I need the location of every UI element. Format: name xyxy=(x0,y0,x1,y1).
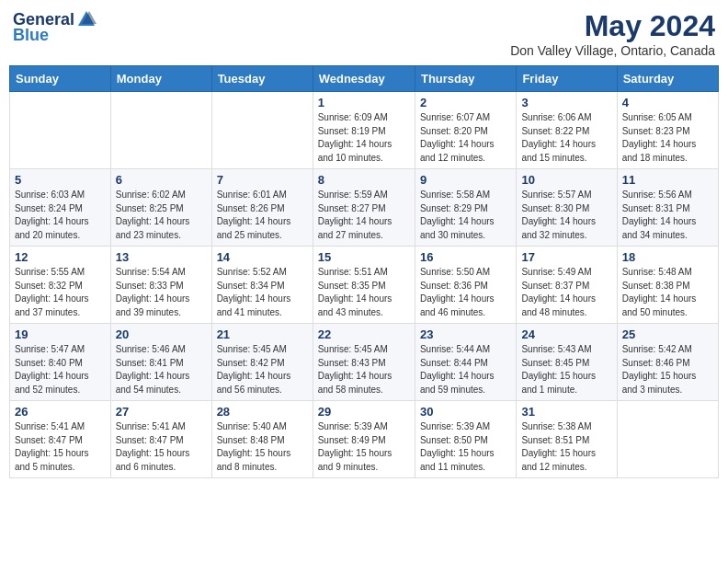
day-info: Sunrise: 6:09 AMSunset: 8:19 PMDaylight:… xyxy=(318,111,410,165)
day-number: 15 xyxy=(318,250,410,264)
day-info: Sunrise: 5:52 AMSunset: 8:34 PMDaylight:… xyxy=(217,266,308,319)
day-number: 28 xyxy=(217,405,308,419)
week-row-2: 5Sunrise: 6:03 AMSunset: 8:24 PMDaylight… xyxy=(10,169,719,247)
calendar-cell: 28Sunrise: 5:40 AMSunset: 8:48 PMDayligh… xyxy=(211,401,313,478)
day-number: 1 xyxy=(318,96,410,109)
day-number: 19 xyxy=(15,327,106,341)
calendar-cell: 29Sunrise: 5:39 AMSunset: 8:49 PMDayligh… xyxy=(313,401,415,478)
calendar-cell: 27Sunrise: 5:41 AMSunset: 8:47 PMDayligh… xyxy=(110,401,211,478)
title-block: May 2024 Don Valley Village, Ontario, Ca… xyxy=(510,9,715,58)
calendar-cell: 1Sunrise: 6:09 AMSunset: 8:19 PMDaylight… xyxy=(313,92,415,169)
calendar-cell: 18Sunrise: 5:48 AMSunset: 8:38 PMDayligh… xyxy=(617,247,718,324)
day-number: 25 xyxy=(622,327,713,341)
day-number: 10 xyxy=(521,173,611,187)
week-row-1: 1Sunrise: 6:09 AMSunset: 8:19 PMDaylight… xyxy=(10,92,719,169)
calendar-cell: 30Sunrise: 5:39 AMSunset: 8:50 PMDayligh… xyxy=(415,401,516,478)
day-info: Sunrise: 5:39 AMSunset: 8:49 PMDaylight:… xyxy=(318,420,410,474)
day-info: Sunrise: 5:50 AMSunset: 8:36 PMDaylight:… xyxy=(420,266,511,319)
day-number: 18 xyxy=(622,250,713,264)
calendar-cell: 17Sunrise: 5:49 AMSunset: 8:37 PMDayligh… xyxy=(517,247,617,324)
day-info: Sunrise: 5:42 AMSunset: 8:46 PMDaylight:… xyxy=(622,343,713,396)
day-number: 24 xyxy=(521,327,611,341)
calendar-cell: 25Sunrise: 5:42 AMSunset: 8:46 PMDayligh… xyxy=(617,324,718,401)
calendar-cell: 10Sunrise: 5:57 AMSunset: 8:30 PMDayligh… xyxy=(517,169,617,247)
page-header: General Blue May 2024 Don Valley Village… xyxy=(9,9,719,58)
day-info: Sunrise: 5:41 AMSunset: 8:47 PMDaylight:… xyxy=(116,420,207,474)
calendar-cell: 6Sunrise: 6:02 AMSunset: 8:25 PMDaylight… xyxy=(110,169,211,247)
weekday-header-thursday: Thursday xyxy=(415,66,516,92)
day-info: Sunrise: 5:41 AMSunset: 8:47 PMDaylight:… xyxy=(15,420,106,474)
day-info: Sunrise: 5:44 AMSunset: 8:44 PMDaylight:… xyxy=(420,343,511,396)
day-info: Sunrise: 5:51 AMSunset: 8:35 PMDaylight:… xyxy=(318,266,410,319)
calendar-cell: 21Sunrise: 5:45 AMSunset: 8:42 PMDayligh… xyxy=(211,324,313,401)
day-info: Sunrise: 5:55 AMSunset: 8:32 PMDaylight:… xyxy=(15,266,106,319)
day-info: Sunrise: 6:05 AMSunset: 8:23 PMDaylight:… xyxy=(622,111,713,165)
day-number: 17 xyxy=(521,250,611,264)
day-number: 20 xyxy=(116,327,207,341)
day-number: 11 xyxy=(622,173,713,187)
day-number: 23 xyxy=(420,327,511,341)
calendar-cell: 2Sunrise: 6:07 AMSunset: 8:20 PMDaylight… xyxy=(415,92,516,169)
day-number: 14 xyxy=(217,250,308,264)
day-info: Sunrise: 5:54 AMSunset: 8:33 PMDaylight:… xyxy=(116,266,207,319)
calendar-cell xyxy=(211,92,313,169)
calendar-cell: 15Sunrise: 5:51 AMSunset: 8:35 PMDayligh… xyxy=(313,247,415,324)
day-info: Sunrise: 6:01 AMSunset: 8:26 PMDaylight:… xyxy=(217,189,308,242)
calendar-cell: 8Sunrise: 5:59 AMSunset: 8:27 PMDaylight… xyxy=(313,169,415,247)
day-number: 29 xyxy=(318,405,410,419)
location-subtitle: Don Valley Village, Ontario, Canada xyxy=(510,43,715,58)
day-info: Sunrise: 5:58 AMSunset: 8:29 PMDaylight:… xyxy=(420,189,511,242)
day-info: Sunrise: 5:49 AMSunset: 8:37 PMDaylight:… xyxy=(521,266,611,319)
calendar-cell: 4Sunrise: 6:05 AMSunset: 8:23 PMDaylight… xyxy=(617,92,718,169)
weekday-header-wednesday: Wednesday xyxy=(313,66,415,92)
day-number: 7 xyxy=(217,173,308,187)
day-number: 27 xyxy=(116,405,207,419)
calendar-cell: 11Sunrise: 5:56 AMSunset: 8:31 PMDayligh… xyxy=(617,169,718,247)
day-info: Sunrise: 5:39 AMSunset: 8:50 PMDaylight:… xyxy=(420,420,511,474)
calendar-cell: 3Sunrise: 6:06 AMSunset: 8:22 PMDaylight… xyxy=(517,92,617,169)
calendar-cell: 24Sunrise: 5:43 AMSunset: 8:45 PMDayligh… xyxy=(517,324,617,401)
day-info: Sunrise: 5:40 AMSunset: 8:48 PMDaylight:… xyxy=(217,420,308,474)
day-number: 8 xyxy=(318,173,410,187)
day-number: 9 xyxy=(420,173,511,187)
calendar-cell xyxy=(10,92,111,169)
week-row-5: 26Sunrise: 5:41 AMSunset: 8:47 PMDayligh… xyxy=(10,401,719,478)
week-row-4: 19Sunrise: 5:47 AMSunset: 8:40 PMDayligh… xyxy=(10,324,719,401)
day-info: Sunrise: 6:03 AMSunset: 8:24 PMDaylight:… xyxy=(15,189,106,242)
day-number: 3 xyxy=(521,96,611,109)
day-number: 2 xyxy=(420,96,511,109)
week-row-3: 12Sunrise: 5:55 AMSunset: 8:32 PMDayligh… xyxy=(10,247,719,324)
day-info: Sunrise: 5:38 AMSunset: 8:51 PMDaylight:… xyxy=(521,420,611,474)
day-info: Sunrise: 5:45 AMSunset: 8:43 PMDaylight:… xyxy=(318,343,410,396)
logo: General Blue xyxy=(13,9,97,45)
calendar-cell: 14Sunrise: 5:52 AMSunset: 8:34 PMDayligh… xyxy=(211,247,313,324)
day-info: Sunrise: 5:47 AMSunset: 8:40 PMDaylight:… xyxy=(15,343,106,396)
day-info: Sunrise: 5:43 AMSunset: 8:45 PMDaylight:… xyxy=(521,343,611,396)
calendar-cell: 20Sunrise: 5:46 AMSunset: 8:41 PMDayligh… xyxy=(110,324,211,401)
calendar-cell: 26Sunrise: 5:41 AMSunset: 8:47 PMDayligh… xyxy=(10,401,111,478)
calendar-cell: 23Sunrise: 5:44 AMSunset: 8:44 PMDayligh… xyxy=(415,324,516,401)
day-number: 22 xyxy=(318,327,410,341)
calendar-cell: 9Sunrise: 5:58 AMSunset: 8:29 PMDaylight… xyxy=(415,169,516,247)
day-info: Sunrise: 5:48 AMSunset: 8:38 PMDaylight:… xyxy=(622,266,713,319)
day-number: 26 xyxy=(15,405,106,419)
weekday-header-sunday: Sunday xyxy=(10,66,111,92)
day-number: 5 xyxy=(15,173,106,187)
day-number: 13 xyxy=(116,250,207,264)
calendar-cell: 13Sunrise: 5:54 AMSunset: 8:33 PMDayligh… xyxy=(110,247,211,324)
day-info: Sunrise: 5:45 AMSunset: 8:42 PMDaylight:… xyxy=(217,343,308,396)
day-number: 16 xyxy=(420,250,511,264)
day-number: 21 xyxy=(217,327,308,341)
day-info: Sunrise: 6:02 AMSunset: 8:25 PMDaylight:… xyxy=(116,189,207,242)
weekday-header-monday: Monday xyxy=(110,66,211,92)
calendar-cell: 22Sunrise: 5:45 AMSunset: 8:43 PMDayligh… xyxy=(313,324,415,401)
day-info: Sunrise: 5:57 AMSunset: 8:30 PMDaylight:… xyxy=(521,189,611,242)
calendar-cell: 7Sunrise: 6:01 AMSunset: 8:26 PMDaylight… xyxy=(211,169,313,247)
weekday-header-saturday: Saturday xyxy=(617,66,718,92)
calendar-cell xyxy=(617,401,718,478)
day-number: 6 xyxy=(116,173,207,187)
day-info: Sunrise: 5:46 AMSunset: 8:41 PMDaylight:… xyxy=(116,343,207,396)
day-info: Sunrise: 5:56 AMSunset: 8:31 PMDaylight:… xyxy=(622,189,713,242)
day-info: Sunrise: 5:59 AMSunset: 8:27 PMDaylight:… xyxy=(318,189,410,242)
calendar-cell: 12Sunrise: 5:55 AMSunset: 8:32 PMDayligh… xyxy=(10,247,111,324)
